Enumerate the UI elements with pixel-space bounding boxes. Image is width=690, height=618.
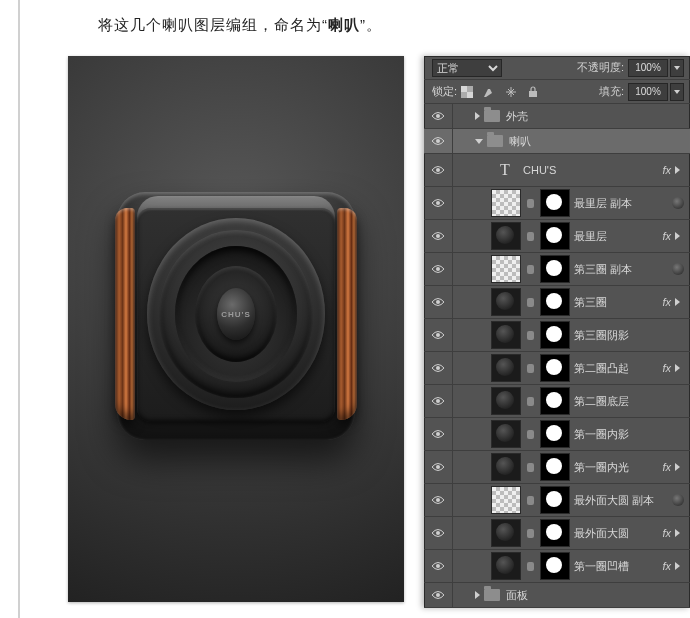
- disclosure-triangle-icon[interactable]: [475, 112, 480, 120]
- layer-fx-badge[interactable]: fx: [662, 527, 671, 539]
- layer-fx-badge[interactable]: fx: [662, 560, 671, 572]
- group-panel[interactable]: 面板: [424, 583, 690, 608]
- layer-row[interactable]: 第一圈内光fx: [424, 451, 690, 484]
- layer-mask-thumbnail[interactable]: [540, 453, 570, 481]
- layer-row[interactable]: 最外面大圆fx: [424, 517, 690, 550]
- fx-expand-icon[interactable]: [675, 560, 684, 572]
- lock-all-icon[interactable]: [527, 86, 539, 98]
- group-shell[interactable]: 外壳: [424, 104, 690, 129]
- layer-thumbnail: [491, 189, 521, 217]
- link-icon[interactable]: [527, 232, 534, 241]
- disclosure-triangle-icon[interactable]: [475, 591, 480, 599]
- layer-fx-badge[interactable]: fx: [662, 230, 671, 242]
- layer-mask-thumbnail[interactable]: [540, 321, 570, 349]
- layer-row[interactable]: TCHU'Sfx: [424, 154, 690, 187]
- layer-row[interactable]: 第二圈凸起fx: [424, 352, 690, 385]
- layer-fx-badge[interactable]: fx: [662, 461, 671, 473]
- layer-name[interactable]: 最外面大圆: [574, 526, 658, 541]
- layer-name[interactable]: 第二圈底层: [574, 394, 684, 409]
- layer-name[interactable]: 第三圈: [574, 295, 658, 310]
- visibility-toggle[interactable]: [424, 517, 453, 549]
- link-icon[interactable]: [527, 331, 534, 340]
- link-icon[interactable]: [527, 496, 534, 505]
- visibility-toggle[interactable]: [424, 352, 453, 384]
- link-icon[interactable]: [527, 265, 534, 274]
- layer-row[interactable]: 最外面大圆 副本: [424, 484, 690, 517]
- layer-fx-badge[interactable]: fx: [662, 164, 671, 176]
- layer-mask-thumbnail[interactable]: [540, 486, 570, 514]
- layer-mask-thumbnail[interactable]: [540, 354, 570, 382]
- layer-mask-thumbnail[interactable]: [540, 387, 570, 415]
- visibility-toggle[interactable]: [424, 418, 453, 450]
- layers-list[interactable]: 外壳 喇叭 TCHU'Sfx最里层 副本最里层fx第三圈 副本第三圈fx第三圈阴…: [424, 104, 690, 608]
- layer-mask-thumbnail[interactable]: [540, 288, 570, 316]
- fill-arrow-button[interactable]: [670, 83, 684, 101]
- layer-name[interactable]: 第二圈凸起: [574, 361, 658, 376]
- fx-expand-icon[interactable]: [675, 461, 684, 473]
- visibility-toggle[interactable]: [424, 253, 453, 285]
- layer-mask-thumbnail[interactable]: [540, 552, 570, 580]
- disclosure-triangle-icon[interactable]: [475, 139, 483, 144]
- layer-name[interactable]: 面板: [506, 588, 684, 603]
- fx-expand-icon[interactable]: [675, 230, 684, 242]
- visibility-toggle[interactable]: [424, 286, 453, 318]
- layer-name[interactable]: 最里层 副本: [574, 196, 668, 211]
- layer-name[interactable]: 最外面大圆 副本: [574, 493, 668, 508]
- group-speaker[interactable]: 喇叭: [424, 129, 690, 154]
- layer-name[interactable]: 第三圈 副本: [574, 262, 668, 277]
- lock-pixels-icon[interactable]: [483, 86, 495, 98]
- layer-fx-badge[interactable]: fx: [662, 362, 671, 374]
- visibility-toggle[interactable]: [424, 385, 453, 417]
- link-icon[interactable]: [527, 397, 534, 406]
- visibility-toggle[interactable]: [424, 319, 453, 351]
- visibility-toggle[interactable]: [424, 220, 453, 252]
- visibility-toggle[interactable]: [424, 187, 453, 219]
- layer-name[interactable]: 第一圈内光: [574, 460, 658, 475]
- layer-row[interactable]: 第一圈内影: [424, 418, 690, 451]
- opacity-value[interactable]: 100%: [628, 59, 668, 77]
- layer-name[interactable]: 第三圈阴影: [574, 328, 684, 343]
- layer-mask-thumbnail[interactable]: [540, 420, 570, 448]
- fill-value[interactable]: 100%: [628, 83, 668, 101]
- layer-row[interactable]: 第三圈fx: [424, 286, 690, 319]
- fx-expand-icon[interactable]: [675, 164, 684, 176]
- layer-name[interactable]: 第一圈凹槽: [574, 559, 658, 574]
- visibility-toggle[interactable]: [424, 104, 453, 128]
- fx-expand-icon[interactable]: [675, 296, 684, 308]
- fx-expand-icon[interactable]: [675, 362, 684, 374]
- layer-row[interactable]: 第三圈 副本: [424, 253, 690, 286]
- link-icon[interactable]: [527, 199, 534, 208]
- opacity-arrow-button[interactable]: [670, 59, 684, 77]
- layer-name[interactable]: 喇叭: [509, 134, 684, 149]
- layer-mask-thumbnail[interactable]: [540, 519, 570, 547]
- fx-expand-icon[interactable]: [675, 527, 684, 539]
- layer-row[interactable]: 第三圈阴影: [424, 319, 690, 352]
- visibility-toggle[interactable]: [424, 484, 453, 516]
- link-icon[interactable]: [527, 364, 534, 373]
- layer-row[interactable]: 第二圈底层: [424, 385, 690, 418]
- layer-row[interactable]: 最里层 副本: [424, 187, 690, 220]
- layer-row[interactable]: 第一圈凹槽fx: [424, 550, 690, 583]
- lock-transparency-icon[interactable]: [461, 86, 473, 98]
- visibility-toggle[interactable]: [424, 129, 453, 153]
- layer-name[interactable]: 最里层: [574, 229, 658, 244]
- layer-mask-thumbnail[interactable]: [540, 189, 570, 217]
- visibility-toggle[interactable]: [424, 451, 453, 483]
- visibility-toggle[interactable]: [424, 583, 453, 607]
- layer-fx-badge[interactable]: fx: [662, 296, 671, 308]
- layer-name[interactable]: 第一圈内影: [574, 427, 684, 442]
- visibility-toggle[interactable]: [424, 550, 453, 582]
- link-icon[interactable]: [527, 298, 534, 307]
- lock-position-icon[interactable]: [505, 86, 517, 98]
- link-icon[interactable]: [527, 430, 534, 439]
- blend-mode-select[interactable]: 正常: [432, 59, 502, 77]
- layer-mask-thumbnail[interactable]: [540, 255, 570, 283]
- layer-mask-thumbnail[interactable]: [540, 222, 570, 250]
- layer-row[interactable]: 最里层fx: [424, 220, 690, 253]
- layer-name[interactable]: 外壳: [506, 109, 684, 124]
- link-icon[interactable]: [527, 562, 534, 571]
- layer-name[interactable]: CHU'S: [523, 164, 658, 176]
- visibility-toggle[interactable]: [424, 154, 453, 186]
- link-icon[interactable]: [527, 463, 534, 472]
- link-icon[interactable]: [527, 529, 534, 538]
